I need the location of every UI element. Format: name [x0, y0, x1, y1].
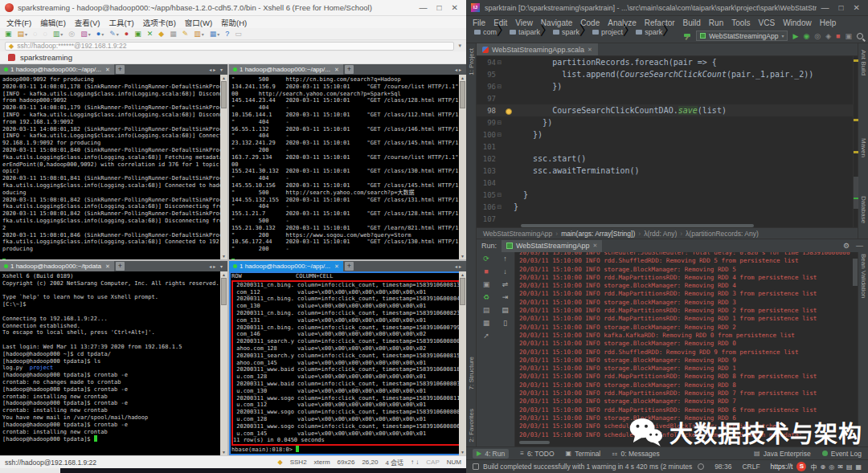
breadcrumb-item-spark[interactable]: spark: [553, 28, 579, 36]
scroll-to-end-button[interactable]: ⇥: [502, 294, 509, 301]
folder-orange-icon[interactable]: ▥▾: [194, 30, 204, 38]
tray-icon-0[interactable]: 中: [810, 463, 817, 471]
close-tab-icon[interactable]: ✕: [588, 47, 592, 53]
toolwindow-terminal[interactable]: ▣Terminal: [566, 450, 601, 458]
transfer-icon[interactable]: ▧▾: [80, 30, 91, 38]
idea-menu-12[interactable]: Help: [820, 18, 837, 27]
address-dropdown-icon[interactable]: ▾: [458, 43, 461, 49]
restore-layout-button[interactable]: ▦: [483, 320, 490, 327]
xshell-menu-2[interactable]: 查看(V): [75, 17, 100, 28]
fold-icon[interactable]: ⊟: [496, 120, 503, 126]
pin-tab-button[interactable]: ➚: [483, 332, 489, 340]
new-tab-button[interactable]: +: [116, 65, 125, 74]
xshell-icon[interactable]: ●: [125, 30, 129, 38]
session-dialog-icon[interactable]: ▥▾: [53, 30, 63, 38]
address-bar[interactable]: ◆ ssh://hadoop:******@192.168.1.9:22: [5, 42, 454, 51]
terminal-tab[interactable]: 1 hadoop@hadoop000:~/app/...✕: [229, 64, 343, 75]
code-line-106[interactable]: 106⊟}: [477, 201, 858, 213]
new-tab-button[interactable]: +: [116, 262, 125, 271]
code-line-100[interactable]: 100⊟ }): [477, 128, 858, 141]
tab-scroll-arrows[interactable]: ◂▸ ▾: [209, 67, 227, 72]
fold-icon[interactable]: ⊟: [496, 204, 503, 210]
soft-wrap-button[interactable]: ⇌: [502, 281, 509, 288]
toolwindow-java-enterprise[interactable]: ▤Java Enterprise: [754, 450, 811, 458]
run-button[interactable]: ▶: [792, 32, 798, 40]
code-line-94[interactable]: 94⊟ partitionRecords.foreach(pair => {: [477, 56, 858, 68]
close-tab-icon[interactable]: ✕: [105, 67, 110, 73]
idea-menu-9[interactable]: Tools: [731, 18, 750, 27]
xshell-menu-5[interactable]: 窗口(W): [185, 17, 212, 28]
editor-breadcrumb-item[interactable]: WebStatStreamingApp: [483, 230, 552, 238]
toolwindow-toggle-icon[interactable]: [473, 463, 479, 470]
editor-breadcrumb[interactable]: WebStatStreamingApp›main(args: Array[Str…: [477, 227, 858, 239]
idea-menu-11[interactable]: Window: [783, 18, 812, 27]
scroll-arrows-icon[interactable]: ↑ ↓: [411, 459, 419, 466]
toolwindow-structure[interactable]: 7: Structure: [468, 357, 475, 389]
jump-to-source-button[interactable]: ▤: [483, 307, 490, 314]
tab-scroll-arrows[interactable]: ◂▸ ▾: [209, 263, 227, 269]
maximize-button[interactable]: □: [839, 3, 844, 12]
intention-bulb-icon[interactable]: [506, 108, 512, 115]
terminal-window-icon[interactable]: ▣: [845, 32, 852, 40]
close-button[interactable]: ✕: [452, 3, 458, 12]
lock-icon[interactable]: ◆: [158, 30, 164, 38]
terminal-tab[interactable]: 1 hadoop@hadoop000:~/tpdata✕: [0, 261, 114, 271]
idea-menu-7[interactable]: Build: [683, 18, 701, 27]
scrollbar[interactable]: ▲▼: [459, 271, 466, 455]
stop-button[interactable]: ■: [484, 268, 488, 275]
code-line-101[interactable]: 101: [477, 141, 858, 153]
close-button[interactable]: ✕: [854, 3, 860, 12]
terminal-pane-access-log[interactable]: " 500 http://cn.bing.com/search?q=Hadoop…: [229, 75, 466, 259]
terminal-tab-active[interactable]: 1 hadoop@hadoop000:~/app/...✕: [229, 261, 343, 271]
feedback-icon[interactable]: ▭: [235, 30, 242, 38]
clear-all-button[interactable]: ▯: [503, 320, 507, 327]
toolwindow-bean-validation[interactable]: Bean Validation: [860, 254, 867, 298]
coverage-button[interactable]: ◎: [814, 32, 821, 40]
toolwindow-database[interactable]: Database: [860, 196, 867, 223]
dump-threads-button[interactable]: ▣: [483, 281, 490, 288]
scroll-down-button[interactable]: ↓: [503, 268, 507, 275]
terminal-tab[interactable]: 1 hadoop@hadoop000:~/app/...✕: [0, 64, 114, 75]
web-icon[interactable]: ●▾: [96, 30, 104, 38]
stop-button[interactable]: ■: [836, 32, 840, 40]
code-line-95[interactable]: 95 list.append(CourseSearchClickCount(pa…: [477, 68, 858, 80]
breadcrumb-item-com[interactable]: com: [474, 28, 497, 36]
xshell-menu-1[interactable]: 编辑(E): [40, 17, 66, 28]
print-button[interactable]: ▤: [502, 307, 509, 314]
editor-tab[interactable]: WebStatStreamingApp.scala ✕: [477, 43, 598, 55]
scrollbar[interactable]: ▲▼: [459, 75, 466, 259]
code-line-97[interactable]: 97: [477, 92, 858, 104]
find-icon[interactable]: ◎: [68, 30, 75, 38]
toolwindow-todo[interactable]: ≡6: TODO: [520, 450, 554, 458]
cursor-position[interactable]: 98:36: [714, 463, 731, 471]
disconnect-icon[interactable]: ◌: [33, 30, 37, 38]
run-config-select[interactable]: WebStatStreamingApp ▾: [696, 31, 788, 41]
scroll-up-button[interactable]: ↑: [503, 255, 507, 263]
highlight-pen-icon[interactable]: ✎: [182, 30, 189, 38]
console-hscrollbar[interactable]: [519, 441, 550, 444]
layout-icon[interactable]: ▦▾: [210, 30, 220, 38]
toolwindow-event-log[interactable]: 1Event Log: [822, 450, 862, 458]
new-tab-button[interactable]: +: [345, 65, 354, 74]
tray-icon-2[interactable]: ◎: [829, 463, 834, 471]
run-panel-tab[interactable]: WebStatStreamingApp ✕: [502, 240, 602, 252]
toolwindow-messages[interactable]: ⚏0: Messages: [612, 450, 659, 458]
scrollbar[interactable]: ▲▼: [220, 271, 227, 455]
editor-error-stripe[interactable]: [853, 56, 858, 227]
xshell-menu-3[interactable]: 工具(T): [108, 17, 133, 28]
code-line-105[interactable]: 105⊟ }: [477, 189, 858, 201]
breadcrumb-item-taipark[interactable]: taipark: [510, 28, 540, 36]
debug-button[interactable]: ◉: [803, 32, 809, 40]
rerun-button[interactable]: ⟳: [483, 255, 489, 263]
code-line-99[interactable]: 99⊟ }): [477, 116, 858, 128]
maximize-button[interactable]: □: [437, 3, 442, 12]
scrollbar[interactable]: ▲▼: [220, 75, 227, 259]
new-session-icon[interactable]: ▣: [5, 30, 12, 38]
xshell-menu-4[interactable]: 选项卡(B): [143, 17, 176, 28]
hide-panel-icon[interactable]: —: [856, 242, 863, 250]
toolwindow-run[interactable]: ▶4: Run: [473, 449, 509, 459]
xshell-menu-6[interactable]: 帮助(H): [221, 17, 247, 28]
gc-button[interactable]: ♻: [483, 294, 489, 301]
fold-icon[interactable]: ⊟: [496, 84, 503, 90]
build-hammer-icon[interactable]: [683, 32, 691, 40]
